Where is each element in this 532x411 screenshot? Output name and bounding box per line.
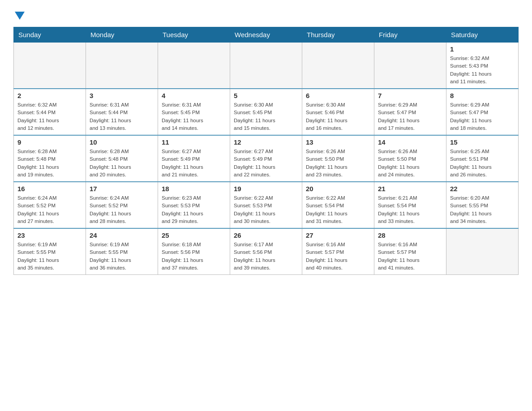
day-number: 2 [17,92,82,99]
day-info: Sunrise: 6:31 AM Sunset: 5:44 PM Dayligh… [90,101,154,132]
day-info: Sunrise: 6:26 AM Sunset: 5:50 PM Dayligh… [378,148,442,179]
day-cell: 2Sunrise: 6:32 AM Sunset: 5:44 PM Daylig… [14,89,86,135]
day-info: Sunrise: 6:24 AM Sunset: 5:52 PM Dayligh… [17,194,82,225]
day-info: Sunrise: 6:19 AM Sunset: 5:55 PM Dayligh… [90,241,154,272]
day-number: 7 [378,92,442,99]
day-info: Sunrise: 6:24 AM Sunset: 5:52 PM Dayligh… [90,194,154,225]
day-info: Sunrise: 6:30 AM Sunset: 5:46 PM Dayligh… [306,101,370,132]
day-number: 9 [17,138,82,146]
day-info: Sunrise: 6:20 AM Sunset: 5:55 PM Dayligh… [450,194,515,225]
weekday-header-saturday: Saturday [446,27,519,43]
day-cell: 14Sunrise: 6:26 AM Sunset: 5:50 PM Dayli… [374,135,446,182]
weekday-header-wednesday: Wednesday [230,27,302,43]
day-cell: 7Sunrise: 6:29 AM Sunset: 5:47 PM Daylig… [374,89,446,135]
day-info: Sunrise: 6:29 AM Sunset: 5:47 PM Dayligh… [378,101,442,132]
weekday-header-tuesday: Tuesday [158,27,230,43]
day-cell: 6Sunrise: 6:30 AM Sunset: 5:46 PM Daylig… [302,89,374,135]
day-info: Sunrise: 6:32 AM Sunset: 5:44 PM Dayligh… [17,101,82,132]
day-info: Sunrise: 6:28 AM Sunset: 5:48 PM Dayligh… [90,148,154,179]
day-number: 26 [234,231,298,239]
day-info: Sunrise: 6:23 AM Sunset: 5:53 PM Dayligh… [162,194,226,225]
day-cell: 3Sunrise: 6:31 AM Sunset: 5:44 PM Daylig… [86,89,158,135]
day-number: 24 [90,231,154,239]
day-cell: 11Sunrise: 6:27 AM Sunset: 5:49 PM Dayli… [158,135,230,182]
day-number: 16 [17,185,82,193]
header-row: SundayMondayTuesdayWednesdayThursdayFrid… [14,27,519,43]
day-number: 22 [450,185,515,193]
calendar-header: SundayMondayTuesdayWednesdayThursdayFrid… [14,27,519,43]
day-number: 11 [162,138,226,146]
day-number: 4 [162,92,226,99]
day-cell: 22Sunrise: 6:20 AM Sunset: 5:55 PM Dayli… [446,182,519,228]
day-number: 21 [378,185,442,193]
day-number: 14 [378,138,442,146]
day-number: 27 [306,231,370,239]
logo [13,9,25,22]
page-header [13,9,519,22]
day-number: 18 [162,185,226,193]
day-cell [446,228,519,275]
day-cell [86,43,158,89]
day-cell [14,43,86,89]
day-number: 8 [450,92,515,99]
day-info: Sunrise: 6:30 AM Sunset: 5:45 PM Dayligh… [234,101,298,132]
day-info: Sunrise: 6:19 AM Sunset: 5:55 PM Dayligh… [17,241,82,272]
day-number: 6 [306,92,370,99]
weekday-header-thursday: Thursday [302,27,374,43]
day-info: Sunrise: 6:28 AM Sunset: 5:48 PM Dayligh… [17,148,82,179]
day-info: Sunrise: 6:26 AM Sunset: 5:50 PM Dayligh… [306,148,370,179]
day-cell: 26Sunrise: 6:17 AM Sunset: 5:56 PM Dayli… [230,228,302,275]
day-number: 17 [90,185,154,193]
day-cell: 27Sunrise: 6:16 AM Sunset: 5:57 PM Dayli… [302,228,374,275]
day-cell: 1Sunrise: 6:32 AM Sunset: 5:43 PM Daylig… [446,43,519,89]
day-cell: 17Sunrise: 6:24 AM Sunset: 5:52 PM Dayli… [86,182,158,228]
day-cell [158,43,230,89]
day-cell: 15Sunrise: 6:25 AM Sunset: 5:51 PM Dayli… [446,135,519,182]
day-cell: 25Sunrise: 6:18 AM Sunset: 5:56 PM Dayli… [158,228,230,275]
calendar-body: 1Sunrise: 6:32 AM Sunset: 5:43 PM Daylig… [14,43,519,275]
day-cell: 16Sunrise: 6:24 AM Sunset: 5:52 PM Dayli… [14,182,86,228]
day-info: Sunrise: 6:21 AM Sunset: 5:54 PM Dayligh… [378,194,442,225]
day-number: 13 [306,138,370,146]
day-info: Sunrise: 6:22 AM Sunset: 5:54 PM Dayligh… [306,194,370,225]
day-number: 3 [90,92,154,99]
week-row-1: 2Sunrise: 6:32 AM Sunset: 5:44 PM Daylig… [14,89,519,135]
day-info: Sunrise: 6:27 AM Sunset: 5:49 PM Dayligh… [234,148,298,179]
day-cell: 5Sunrise: 6:30 AM Sunset: 5:45 PM Daylig… [230,89,302,135]
day-info: Sunrise: 6:16 AM Sunset: 5:57 PM Dayligh… [378,241,442,272]
day-number: 23 [17,231,82,239]
day-cell: 10Sunrise: 6:28 AM Sunset: 5:48 PM Dayli… [86,135,158,182]
week-row-0: 1Sunrise: 6:32 AM Sunset: 5:43 PM Daylig… [14,43,519,89]
day-cell: 23Sunrise: 6:19 AM Sunset: 5:55 PM Dayli… [14,228,86,275]
day-number: 28 [378,231,442,239]
day-info: Sunrise: 6:29 AM Sunset: 5:47 PM Dayligh… [450,101,515,132]
day-number: 20 [306,185,370,193]
day-info: Sunrise: 6:27 AM Sunset: 5:49 PM Dayligh… [162,148,226,179]
calendar-table: SundayMondayTuesdayWednesdayThursdayFrid… [13,27,519,275]
day-info: Sunrise: 6:22 AM Sunset: 5:53 PM Dayligh… [234,194,298,225]
day-cell: 19Sunrise: 6:22 AM Sunset: 5:53 PM Dayli… [230,182,302,228]
day-info: Sunrise: 6:16 AM Sunset: 5:57 PM Dayligh… [306,241,370,272]
day-info: Sunrise: 6:18 AM Sunset: 5:56 PM Dayligh… [162,241,226,272]
day-cell: 12Sunrise: 6:27 AM Sunset: 5:49 PM Dayli… [230,135,302,182]
day-number: 19 [234,185,298,193]
day-cell: 20Sunrise: 6:22 AM Sunset: 5:54 PM Dayli… [302,182,374,228]
week-row-2: 9Sunrise: 6:28 AM Sunset: 5:48 PM Daylig… [14,135,519,182]
day-cell: 28Sunrise: 6:16 AM Sunset: 5:57 PM Dayli… [374,228,446,275]
weekday-header-friday: Friday [374,27,446,43]
day-info: Sunrise: 6:17 AM Sunset: 5:56 PM Dayligh… [234,241,298,272]
day-number: 1 [450,45,515,53]
day-cell: 4Sunrise: 6:31 AM Sunset: 5:45 PM Daylig… [158,89,230,135]
week-row-3: 16Sunrise: 6:24 AM Sunset: 5:52 PM Dayli… [14,182,519,228]
day-number: 15 [450,138,515,146]
day-info: Sunrise: 6:25 AM Sunset: 5:51 PM Dayligh… [450,148,515,179]
day-cell: 24Sunrise: 6:19 AM Sunset: 5:55 PM Dayli… [86,228,158,275]
day-cell [374,43,446,89]
day-number: 5 [234,92,298,99]
weekday-header-sunday: Sunday [14,27,86,43]
day-info: Sunrise: 6:32 AM Sunset: 5:43 PM Dayligh… [450,55,515,86]
day-number: 12 [234,138,298,146]
day-cell [302,43,374,89]
day-cell: 21Sunrise: 6:21 AM Sunset: 5:54 PM Dayli… [374,182,446,228]
day-number: 25 [162,231,226,239]
